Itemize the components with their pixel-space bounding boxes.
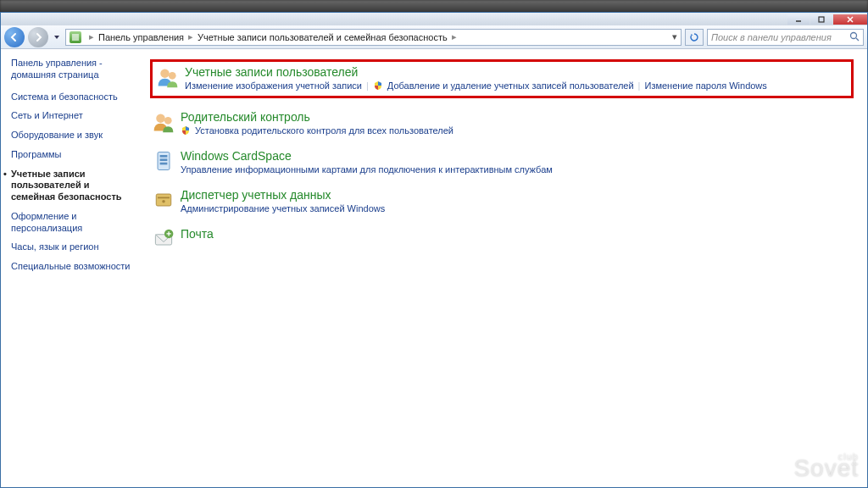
category-sublink[interactable]: Установка родительского контроля для все… — [195, 125, 453, 136]
category-title-link[interactable]: Диспетчер учетных данных — [181, 188, 331, 202]
search-input[interactable]: Поиск в панели управления — [707, 29, 864, 46]
category-title-link[interactable]: Родительский контроль — [181, 110, 310, 124]
breadcrumb-sub[interactable]: Учетные записи пользователей и семейная … — [198, 32, 448, 42]
category-icon — [152, 149, 175, 173]
svg-rect-1 — [819, 17, 824, 22]
arrow-left-icon — [9, 32, 19, 42]
category-icon — [156, 65, 180, 89]
search-placeholder: Поиск в панели управления — [711, 32, 832, 42]
svg-point-9 — [156, 114, 165, 123]
link-divider: | — [638, 80, 641, 91]
svg-point-5 — [851, 32, 857, 38]
control-panel-window: ▸ Панель управления ▸ Учетные записи пол… — [0, 12, 868, 488]
svg-rect-12 — [160, 155, 168, 158]
breadcrumb-root[interactable]: Панель управления — [98, 32, 184, 42]
svg-point-8 — [169, 72, 176, 80]
category-item: Учетные записи пользователейИзменение из… — [150, 59, 854, 98]
svg-point-10 — [164, 117, 172, 125]
close-button[interactable] — [833, 14, 867, 25]
control-panel-icon — [70, 31, 81, 43]
svg-line-6 — [856, 38, 859, 41]
category-item: Родительский контрольУстановка родительс… — [150, 108, 854, 137]
category-icon — [152, 110, 175, 134]
category-item: Почта — [150, 225, 854, 252]
sidebar-item[interactable]: Оформление и персонализация — [11, 211, 131, 235]
main-content: Учетные записи пользователейИзменение из… — [136, 49, 867, 487]
breadcrumb-separator: ▸ — [188, 31, 193, 42]
sidebar-item[interactable]: Система и безопасность — [11, 92, 131, 103]
taskbar-blur — [0, 0, 868, 12]
chevron-down-icon — [53, 34, 60, 41]
sidebar-home-link[interactable]: Панель управления - домашняя страница — [11, 58, 131, 81]
category-item: Windows CardSpaceУправление информационн… — [150, 147, 854, 176]
uac-shield-icon — [181, 125, 191, 136]
sidebar-item[interactable]: Учетные записи пользователей и семейная … — [11, 169, 131, 203]
sidebar-item[interactable]: Оборудование и звук — [11, 130, 131, 141]
category-icon — [152, 188, 175, 212]
category-title-link[interactable]: Windows CardSpace — [181, 149, 292, 163]
minimize-button[interactable] — [787, 14, 810, 25]
category-title-link[interactable]: Почта — [181, 227, 214, 241]
address-bar[interactable]: ▸ Панель управления ▸ Учетные записи пол… — [65, 29, 682, 46]
svg-rect-16 — [158, 197, 170, 199]
nav-history-dropdown[interactable] — [52, 34, 62, 41]
sidebar-item[interactable]: Часы, язык и регион — [11, 241, 131, 253]
nav-forward-button[interactable] — [28, 27, 48, 47]
svg-rect-4 — [72, 34, 79, 41]
sidebar-item[interactable]: Специальные возможности — [11, 261, 131, 273]
svg-point-7 — [160, 69, 170, 78]
refresh-icon — [689, 32, 699, 42]
sidebar: Панель управления - домашняя страница Си… — [1, 49, 136, 487]
titlebar — [1, 13, 867, 25]
toolbar: ▸ Панель управления ▸ Учетные записи пол… — [1, 25, 867, 49]
uac-shield-icon — [373, 80, 383, 91]
svg-point-17 — [162, 200, 165, 203]
category-sublink[interactable]: Администрирование учетных записей Window… — [181, 203, 385, 214]
category-title-link[interactable]: Учетные записи пользователей — [185, 65, 358, 79]
svg-rect-14 — [160, 163, 168, 165]
breadcrumb-separator: ▸ — [452, 31, 457, 42]
refresh-button[interactable] — [685, 29, 704, 46]
category-icon — [152, 227, 175, 251]
category-sublink[interactable]: Добавление и удаление учетных записей по… — [387, 80, 634, 91]
chevron-down-icon[interactable]: ▾ — [672, 31, 677, 42]
sidebar-item[interactable]: Сеть и Интернет — [11, 110, 131, 122]
sidebar-item[interactable]: Программы — [11, 149, 131, 161]
breadcrumb-separator: ▸ — [89, 31, 94, 42]
nav-back-button[interactable] — [4, 27, 25, 47]
maximize-button[interactable] — [810, 14, 832, 25]
category-sublink[interactable]: Управление информационными картами для п… — [181, 164, 553, 175]
arrow-right-icon — [33, 32, 43, 42]
link-divider: | — [366, 80, 369, 91]
category-sublink[interactable]: Изменение изображения учетной записи — [185, 80, 362, 91]
svg-rect-13 — [160, 158, 168, 161]
search-icon — [849, 31, 860, 43]
category-item: Диспетчер учетных данныхАдминистрировани… — [150, 186, 854, 215]
category-sublink[interactable]: Изменение пароля Windows — [644, 80, 766, 91]
